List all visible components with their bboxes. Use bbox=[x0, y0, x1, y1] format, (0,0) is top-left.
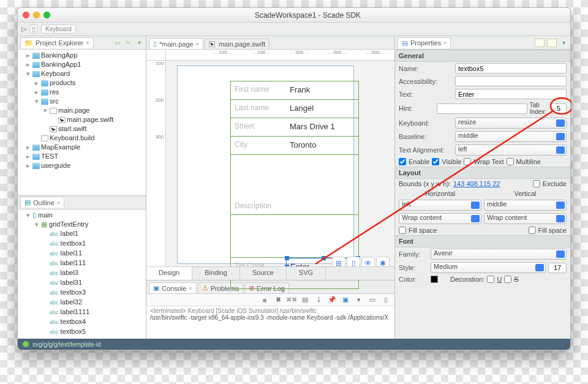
tab-design[interactable]: Design bbox=[146, 267, 192, 280]
tree-item[interactable]: res bbox=[50, 88, 59, 96]
new-view-icon[interactable] bbox=[535, 39, 545, 47]
text-align-select[interactable]: left bbox=[455, 145, 567, 156]
display-selected-icon[interactable]: ▣ bbox=[341, 295, 350, 305]
h-fill-checkbox[interactable] bbox=[399, 227, 406, 234]
font-family-select[interactable]: Avenir bbox=[431, 249, 567, 260]
zoom-icon[interactable] bbox=[43, 12, 50, 18]
tree-item[interactable]: TEST bbox=[41, 152, 58, 160]
underline-checkbox[interactable] bbox=[487, 276, 494, 283]
tab-index-input[interactable] bbox=[551, 104, 567, 114]
textbox[interactable]: Langel bbox=[286, 100, 358, 118]
tree-item[interactable]: products bbox=[50, 79, 75, 86]
tab-source[interactable]: Source bbox=[240, 267, 287, 280]
color-swatch[interactable] bbox=[431, 276, 438, 283]
tree-item[interactable]: main.page.swift bbox=[67, 116, 113, 123]
textbox[interactable]: Frank bbox=[286, 81, 358, 99]
properties-tab[interactable]: ▤Properties× bbox=[398, 37, 451, 48]
wrap-text-checkbox[interactable] bbox=[464, 158, 471, 165]
tree-item[interactable]: Keyboard bbox=[41, 70, 70, 77]
max-icon[interactable]: ▯ bbox=[381, 295, 391, 305]
tree-item[interactable]: textbox4 bbox=[61, 318, 86, 325]
tree-item[interactable]: textbox1 bbox=[61, 239, 86, 247]
hint-input[interactable] bbox=[437, 104, 527, 114]
terminate-icon[interactable]: ■ bbox=[260, 295, 270, 305]
textbox[interactable] bbox=[286, 155, 358, 214]
console-tab[interactable]: ▣Console× bbox=[149, 282, 197, 293]
tree-item[interactable]: textbox3 bbox=[61, 288, 86, 296]
pin-console-icon[interactable]: 📌 bbox=[327, 295, 337, 305]
close-icon[interactable]: × bbox=[86, 40, 89, 46]
keyboard-select[interactable]: resize bbox=[455, 118, 567, 129]
name-input[interactable] bbox=[455, 63, 567, 73]
strike-checkbox[interactable] bbox=[504, 276, 511, 283]
accessibility-input[interactable] bbox=[455, 76, 567, 86]
close-icon[interactable] bbox=[23, 12, 29, 18]
tree-item[interactable]: label32 bbox=[61, 298, 82, 306]
console-output[interactable]: <terminated> Keyboard [Scade iOS Sumulat… bbox=[146, 306, 394, 339]
tree-item[interactable]: label11 bbox=[61, 249, 82, 257]
bounds-link[interactable]: 143 408 115 22 bbox=[453, 180, 500, 187]
tab-svg[interactable]: SVG bbox=[287, 267, 326, 280]
tree-item[interactable]: MapExample bbox=[41, 143, 80, 151]
outline-tab[interactable]: ▤ Outline × bbox=[20, 197, 64, 208]
project-explorer-tab[interactable]: 📁 Project Explorer × bbox=[20, 37, 94, 48]
tree-item[interactable]: BankingApp1 bbox=[41, 61, 81, 68]
tree-item[interactable]: label1111 bbox=[61, 308, 90, 315]
close-icon[interactable]: × bbox=[196, 41, 199, 47]
view-menu-icon[interactable]: ▾ bbox=[135, 39, 143, 47]
tree-item[interactable]: main bbox=[38, 211, 53, 219]
font-size-input[interactable] bbox=[548, 263, 567, 273]
min-icon[interactable]: ▭ bbox=[368, 295, 377, 305]
multiline-checkbox[interactable] bbox=[507, 158, 514, 165]
minimize-icon[interactable] bbox=[33, 12, 40, 18]
remove-all-icon[interactable]: ✖✖ bbox=[287, 295, 296, 305]
tree-item[interactable]: label3 bbox=[61, 269, 78, 276]
toolbar-keyboard-button[interactable]: Keyboard bbox=[41, 24, 76, 34]
editor-tab-main-page-swift[interactable]: main.page.swift bbox=[205, 39, 270, 49]
tree-item[interactable]: label31 bbox=[61, 279, 82, 286]
editor-tab-main-page[interactable]: ▯*main.page× bbox=[149, 38, 203, 49]
section-layout: Layout bbox=[395, 167, 570, 179]
tree-item[interactable]: userguide bbox=[41, 162, 70, 169]
pin-icon[interactable] bbox=[547, 39, 557, 47]
tree-item[interactable]: start.swift bbox=[58, 125, 86, 132]
tree-item[interactable]: label111 bbox=[61, 259, 86, 266]
h-size-select[interactable]: Wrap content bbox=[399, 213, 481, 224]
font-style-select[interactable]: Medium bbox=[431, 262, 546, 273]
textbox[interactable]: Toronto bbox=[286, 137, 358, 154]
tab-binding[interactable]: Binding bbox=[192, 267, 240, 280]
tree-item[interactable]: src bbox=[50, 97, 59, 105]
textbox[interactable]: Mars Drive 1 bbox=[286, 118, 358, 136]
v-size-select[interactable]: Wrap content bbox=[484, 213, 567, 224]
design-canvas[interactable]: ... 100 ...... 200 ...... 300 ...... 400… bbox=[146, 50, 394, 280]
tree-item[interactable]: main.page bbox=[58, 107, 89, 114]
tree-item[interactable]: gridTextEntry bbox=[49, 220, 88, 228]
device-icon[interactable]: ▯ bbox=[30, 24, 37, 34]
h-align-select[interactable]: left bbox=[399, 200, 481, 211]
v-align-select[interactable]: middle bbox=[484, 200, 567, 211]
enable-checkbox[interactable] bbox=[399, 158, 406, 165]
remove-launch-icon[interactable]: ✖ bbox=[273, 295, 283, 305]
tree-item[interactable]: textbox5 bbox=[61, 328, 86, 335]
clear-console-icon[interactable]: ▤ bbox=[300, 295, 310, 305]
tree-item[interactable]: BankingApp bbox=[41, 51, 77, 59]
visible-checkbox[interactable] bbox=[432, 158, 439, 165]
close-icon[interactable]: × bbox=[189, 285, 192, 292]
minimize-panel-icon[interactable]: ▭ bbox=[113, 39, 121, 47]
baseline-select[interactable]: middle bbox=[455, 131, 567, 142]
open-console-icon[interactable]: ▾ bbox=[354, 295, 364, 305]
field-label: First name bbox=[231, 81, 286, 99]
v-fill-checkbox[interactable] bbox=[529, 227, 536, 234]
exclude-checkbox[interactable] bbox=[533, 180, 540, 187]
close-icon[interactable]: × bbox=[57, 200, 60, 206]
run-icon[interactable]: ▷ bbox=[21, 25, 26, 33]
view-menu-icon[interactable]: ▾ bbox=[559, 39, 568, 47]
project-tree[interactable]: ▸BankingApp ▸BankingApp1 ▾Keyboard ▸prod… bbox=[18, 50, 146, 195]
link-editor-icon[interactable]: ⇆ bbox=[124, 39, 132, 47]
outline-tree[interactable]: ▾▯ main ▾▦ gridTextEntry abc label1abc t… bbox=[18, 209, 146, 339]
tree-item[interactable]: label1 bbox=[61, 230, 78, 237]
text-input[interactable] bbox=[455, 89, 567, 99]
tree-item[interactable]: Keyboard.build bbox=[50, 134, 94, 141]
scroll-lock-icon[interactable]: ⤓ bbox=[314, 295, 323, 305]
close-icon[interactable]: × bbox=[443, 40, 447, 46]
